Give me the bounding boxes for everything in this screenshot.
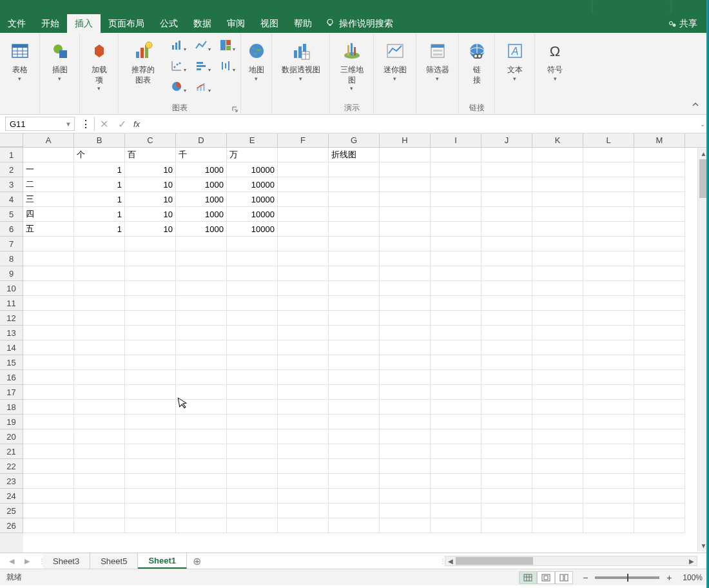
cell[interactable]	[176, 340, 227, 355]
cell[interactable]	[634, 518, 685, 533]
menu-item-审阅[interactable]: 审阅	[219, 14, 253, 33]
cell[interactable]	[532, 162, 583, 177]
cell[interactable]	[431, 474, 481, 489]
cell[interactable]	[583, 281, 634, 296]
column-chart-button[interactable]: ▾	[166, 35, 188, 55]
row-header[interactable]: 11	[0, 296, 23, 311]
menu-item-帮助[interactable]: 帮助	[286, 14, 320, 33]
text-button[interactable]: A 文本 ▾	[499, 35, 530, 85]
add-sheet-button[interactable]: ⊕	[187, 555, 206, 567]
cell[interactable]	[74, 385, 125, 400]
cell[interactable]	[125, 281, 176, 296]
cell[interactable]	[380, 281, 431, 296]
cell[interactable]	[23, 237, 74, 251]
cell[interactable]	[532, 311, 583, 326]
column-header[interactable]: H	[380, 133, 431, 147]
cell[interactable]	[329, 266, 380, 281]
menu-item-页面布局[interactable]: 页面布局	[101, 14, 152, 33]
cell[interactable]	[23, 474, 74, 489]
row-header[interactable]: 6	[0, 222, 23, 237]
cell[interactable]	[634, 281, 685, 296]
menu-item-开始[interactable]: 开始	[34, 14, 67, 33]
cell[interactable]	[329, 207, 380, 222]
cell[interactable]	[74, 459, 125, 474]
cell[interactable]: 10000	[227, 222, 278, 237]
cell[interactable]	[329, 296, 380, 311]
line-chart-button[interactable]: ▾	[190, 35, 212, 55]
cell[interactable]	[227, 281, 278, 296]
cell[interactable]	[329, 444, 380, 459]
cell[interactable]	[532, 444, 583, 459]
cell[interactable]	[532, 222, 583, 237]
cell[interactable]	[431, 459, 481, 474]
cell[interactable]	[380, 504, 431, 518]
cell[interactable]	[481, 400, 532, 415]
cell[interactable]	[634, 415, 685, 429]
cell[interactable]	[278, 148, 329, 162]
cell[interactable]	[176, 518, 227, 533]
cell[interactable]: 10	[125, 162, 176, 177]
cell[interactable]	[380, 489, 431, 504]
cell[interactable]	[431, 429, 481, 444]
row-header[interactable]: 14	[0, 340, 23, 355]
cell[interactable]	[481, 251, 532, 266]
cell[interactable]	[23, 251, 74, 266]
combo-chart-button[interactable]: ▾	[190, 77, 212, 96]
scroll-left-button[interactable]: ◀	[445, 556, 456, 565]
3d-map-button[interactable]: 三维地 图 ▾	[334, 35, 369, 95]
cell[interactable]	[380, 326, 431, 340]
cell[interactable]	[431, 281, 481, 296]
row-header[interactable]: 5	[0, 207, 23, 222]
cell[interactable]	[176, 385, 227, 400]
link-button[interactable]: 链 接	[463, 35, 490, 88]
row-header[interactable]: 23	[0, 474, 23, 489]
cell[interactable]: 折线图	[329, 148, 380, 162]
cell[interactable]	[23, 385, 74, 400]
cell[interactable]	[431, 237, 481, 251]
cell[interactable]: 1000	[176, 222, 227, 237]
cell[interactable]	[227, 296, 278, 311]
cell[interactable]	[227, 251, 278, 266]
hscroll-split-handle[interactable]: ⋮	[440, 558, 445, 565]
row-header[interactable]: 16	[0, 370, 23, 385]
row-header[interactable]: 19	[0, 415, 23, 429]
cell[interactable]	[227, 311, 278, 326]
zoom-out-button[interactable]: −	[581, 573, 590, 583]
sheet-tab[interactable]: Sheet5	[90, 553, 138, 569]
cell[interactable]	[176, 474, 227, 489]
cell[interactable]	[176, 429, 227, 444]
cell[interactable]	[481, 237, 532, 251]
cell[interactable]	[176, 489, 227, 504]
cell[interactable]	[227, 459, 278, 474]
cell[interactable]	[481, 177, 532, 192]
cell[interactable]	[634, 148, 685, 162]
cell[interactable]	[125, 266, 176, 281]
cell[interactable]	[532, 207, 583, 222]
cell[interactable]	[125, 296, 176, 311]
cell[interactable]	[583, 162, 634, 177]
cell[interactable]	[176, 266, 227, 281]
cell[interactable]	[380, 400, 431, 415]
cell[interactable]	[74, 415, 125, 429]
recommended-charts-button[interactable]: 推荐的 图表	[122, 35, 163, 88]
cell[interactable]	[125, 504, 176, 518]
cell[interactable]	[74, 340, 125, 355]
cell[interactable]	[329, 474, 380, 489]
cell[interactable]	[532, 192, 583, 207]
cell[interactable]	[431, 266, 481, 281]
cell[interactable]	[481, 385, 532, 400]
cell[interactable]: 万	[227, 148, 278, 162]
cell[interactable]	[74, 518, 125, 533]
cell[interactable]	[380, 311, 431, 326]
cell[interactable]	[23, 326, 74, 340]
cell[interactable]	[23, 355, 74, 370]
illustrations-button[interactable]: 插图 ▾	[44, 35, 75, 85]
cell[interactable]	[380, 148, 431, 162]
column-header[interactable]: M	[634, 133, 685, 147]
cell[interactable]	[278, 281, 329, 296]
cell[interactable]	[481, 192, 532, 207]
enter-formula-button[interactable]: ✓	[113, 118, 131, 130]
cell[interactable]	[176, 281, 227, 296]
cell[interactable]	[278, 355, 329, 370]
cell[interactable]	[481, 518, 532, 533]
